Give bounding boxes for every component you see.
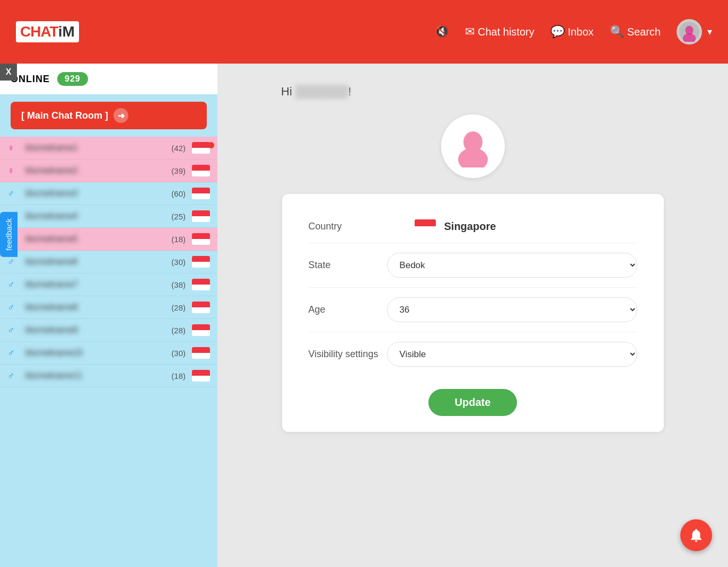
list-item[interactable]: ♂blurredname3(60) [0, 182, 217, 205]
greeting-prefix: Hi [281, 85, 292, 98]
flag-icon [192, 165, 210, 176]
list-item[interactable]: ♂blurredname7(38) [0, 273, 217, 296]
logo: CHATiM [16, 21, 79, 42]
user-name: blurredname4 [25, 211, 171, 221]
user-age: (28) [171, 303, 186, 312]
profile-avatar [441, 114, 505, 178]
list-item[interactable]: ♀blurredname1(42) [0, 137, 217, 160]
content-area: Hi ██████ ! Country Singapore State Bedo… [217, 64, 728, 567]
flag-icon [192, 210, 210, 222]
visibility-label: Visibility settings [309, 349, 388, 360]
user-age: (38) [171, 280, 186, 289]
chat-history-icon: ✉ [465, 25, 475, 39]
male-icon: ♂ [7, 279, 15, 290]
search-label: Search [627, 26, 661, 38]
list-item[interactable]: ♂blurredname10(30) [0, 342, 217, 365]
update-button[interactable]: Update [428, 389, 518, 416]
greeting-suffix: ! [348, 85, 352, 98]
greeting: Hi ██████ ! [281, 85, 352, 99]
flag-icon [192, 142, 210, 154]
chat-history-link[interactable]: ✉ Chat history [465, 25, 534, 39]
country-flag-icon [415, 219, 436, 233]
chat-history-label: Chat history [478, 26, 534, 38]
visibility-row: Visibility settings VisibleInvisible [309, 332, 637, 376]
list-item[interactable]: ♂blurredname4(25) [0, 205, 217, 228]
main-layout: X feedback ONLINE 929 [ Main Chat Room ]… [0, 64, 728, 567]
search-icon: 🔍 [610, 25, 624, 39]
user-name: blurredname10 [25, 348, 171, 358]
user-age: (30) [171, 258, 186, 267]
age-label: Age [309, 304, 388, 315]
inbox-link[interactable]: 💬 Inbox [550, 25, 594, 39]
user-list: ♀blurredname1(42)♀blurredname2(39)♂blurr… [0, 137, 217, 387]
user-name: blurredname2 [25, 166, 171, 175]
male-icon: ♂ [7, 256, 15, 268]
main-chat-label: [ Main Chat Room ] [21, 110, 108, 121]
avatar-icon [679, 22, 699, 42]
header-nav: 🔇 ✉ Chat history 💬 Inbox 🔍 Search ▾ [435, 19, 712, 45]
female-icon: ♀ [7, 165, 15, 176]
state-row: State BedokAng Mo KioBishanBukit BatokCl… [309, 243, 637, 288]
inbox-label: Inbox [568, 26, 594, 38]
flag-icon [192, 256, 210, 268]
bell-icon [688, 527, 704, 543]
list-item[interactable]: ♀blurredname5(18) [0, 228, 217, 251]
user-name: blurredname1 [25, 143, 171, 153]
user-age: (60) [171, 189, 186, 198]
user-name: blurredname7 [25, 280, 171, 289]
profile-card: Country Singapore State BedokAng Mo KioB… [282, 194, 664, 432]
flag-icon [192, 347, 210, 359]
flag-icon [192, 279, 210, 290]
age-select[interactable]: 1819202122232425262728293031323334353637… [387, 297, 637, 322]
notification-bell[interactable] [680, 519, 712, 551]
user-name: blurredname11 [25, 371, 171, 380]
search-link[interactable]: 🔍 Search [610, 25, 661, 39]
user-avatar-menu[interactable]: ▾ [677, 19, 712, 45]
avatar [677, 19, 702, 45]
country-row: Country Singapore [309, 210, 637, 243]
svg-point-4 [458, 148, 488, 167]
list-item[interactable]: ♀blurredname2(39) [0, 160, 217, 182]
user-age: (25) [171, 212, 186, 221]
country-label: Country [309, 221, 415, 232]
sidebar: X feedback ONLINE 929 [ Main Chat Room ]… [0, 64, 217, 567]
profile-avatar-icon [452, 125, 494, 167]
list-item[interactable]: ♂blurredname11(18) [0, 365, 217, 387]
flag-icon [192, 233, 210, 245]
male-icon: ♂ [7, 302, 15, 313]
flag-icon [192, 324, 210, 336]
feedback-tab[interactable]: feedback [0, 212, 17, 257]
male-icon: ♂ [7, 370, 15, 382]
flag-icon [192, 188, 210, 199]
female-icon: ♀ [7, 143, 15, 154]
user-age: (28) [171, 326, 186, 335]
male-icon: ♂ [7, 188, 15, 199]
close-button[interactable]: X [0, 64, 17, 81]
inbox-icon: 💬 [550, 25, 565, 39]
male-icon: ♂ [7, 325, 15, 336]
user-name: blurredname8 [25, 303, 171, 312]
list-item[interactable]: ♂blurredname6(30) [0, 251, 217, 273]
country-value: Singapore [444, 220, 637, 233]
header: CHATiM 🔇 ✉ Chat history 💬 Inbox 🔍 Search [0, 0, 728, 64]
logo-chat-text: CHAT [20, 23, 58, 40]
main-chat-button[interactable]: [ Main Chat Room ] ➜ [11, 102, 207, 129]
state-select[interactable]: BedokAng Mo KioBishanBukit BatokClementi… [387, 253, 637, 278]
logo-im-text: iM [58, 23, 75, 40]
state-label: State [309, 260, 388, 271]
visibility-select[interactable]: VisibleInvisible [387, 342, 637, 367]
user-age: (39) [171, 166, 186, 175]
user-name: blurredname3 [25, 189, 171, 198]
user-age: (18) [171, 371, 186, 380]
age-row: Age 181920212223242526272829303132333435… [309, 288, 637, 332]
user-age: (42) [171, 144, 186, 153]
list-item[interactable]: ♂blurredname9(28) [0, 319, 217, 342]
user-name: blurredname5 [25, 234, 171, 244]
user-age: (30) [171, 349, 186, 358]
main-chat-arrow-icon: ➜ [113, 108, 128, 123]
user-age: (18) [171, 235, 186, 244]
mute-icon[interactable]: 🔇 [435, 25, 449, 39]
user-name: blurredname6 [25, 257, 171, 267]
list-item[interactable]: ♂blurredname8(28) [0, 296, 217, 319]
greeting-username: ██████ [295, 85, 348, 98]
